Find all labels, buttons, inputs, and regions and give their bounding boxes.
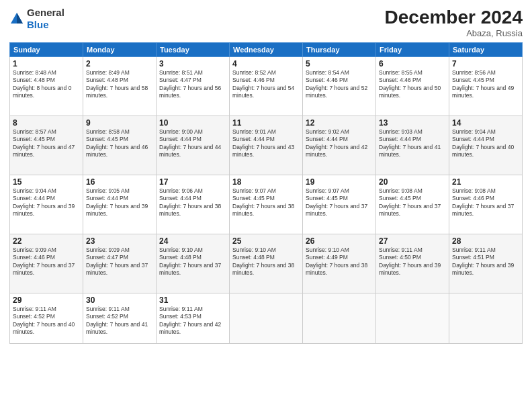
day-detail: Sunrise: 8:52 AMSunset: 4:46 PMDaylight:… [232, 69, 294, 99]
day-detail: Sunrise: 9:00 AMSunset: 4:44 PMDaylight:… [159, 128, 221, 158]
calendar-cell [449, 293, 523, 344]
calendar-cell: 19 Sunrise: 9:07 AMSunset: 4:45 PMDaylig… [303, 175, 376, 234]
day-number: 13 [379, 118, 446, 128]
header-friday: Friday [376, 43, 449, 57]
calendar-cell: 1 Sunrise: 8:48 AMSunset: 4:48 PMDayligh… [10, 57, 83, 116]
calendar-cell: 13 Sunrise: 9:03 AMSunset: 4:44 PMDaylig… [376, 116, 449, 175]
day-number: 31 [159, 295, 226, 305]
day-detail: Sunrise: 8:56 AMSunset: 4:45 PMDaylight:… [452, 69, 514, 99]
day-detail: Sunrise: 9:02 AMSunset: 4:44 PMDaylight:… [306, 128, 367, 158]
day-number: 8 [13, 118, 80, 128]
calendar-cell: 7 Sunrise: 8:56 AMSunset: 4:45 PMDayligh… [449, 57, 523, 116]
day-number: 3 [159, 59, 226, 68]
calendar-cell [303, 293, 376, 344]
day-detail: Sunrise: 8:57 AMSunset: 4:45 PMDaylight:… [13, 128, 75, 158]
day-detail: Sunrise: 9:07 AMSunset: 4:45 PMDaylight:… [306, 187, 367, 217]
header-monday: Monday [83, 43, 157, 57]
day-detail: Sunrise: 8:48 AMSunset: 4:48 PMDaylight:… [13, 69, 71, 99]
day-detail: Sunrise: 9:09 AMSunset: 4:47 PMDaylight:… [86, 246, 148, 276]
calendar-cell: 29 Sunrise: 9:11 AMSunset: 4:52 PMDaylig… [10, 293, 83, 344]
header-thursday: Thursday [303, 43, 376, 57]
day-detail: Sunrise: 9:01 AMSunset: 4:44 PMDaylight:… [232, 128, 294, 158]
day-detail: Sunrise: 8:49 AMSunset: 4:48 PMDaylight:… [86, 69, 148, 99]
day-number: 23 [86, 236, 153, 246]
calendar-cell: 2 Sunrise: 8:49 AMSunset: 4:48 PMDayligh… [83, 57, 157, 116]
calendar-cell: 11 Sunrise: 9:01 AMSunset: 4:44 PMDaylig… [230, 116, 303, 175]
day-detail: Sunrise: 8:55 AMSunset: 4:46 PMDaylight:… [379, 69, 441, 99]
title-section: December 2024 Abaza, Russia [385, 7, 523, 38]
calendar-cell [376, 293, 449, 344]
day-detail: Sunrise: 9:07 AMSunset: 4:45 PMDaylight:… [232, 187, 294, 217]
day-detail: Sunrise: 9:11 AMSunset: 4:53 PMDaylight:… [159, 306, 221, 335]
day-detail: Sunrise: 9:06 AMSunset: 4:44 PMDaylight:… [159, 187, 221, 217]
day-number: 17 [159, 177, 226, 187]
calendar-cell: 20 Sunrise: 9:08 AMSunset: 4:45 PMDaylig… [376, 175, 449, 234]
day-number: 14 [452, 118, 519, 128]
day-detail: Sunrise: 9:10 AMSunset: 4:48 PMDaylight:… [159, 246, 221, 276]
calendar-cell: 22 Sunrise: 9:09 AMSunset: 4:46 PMDaylig… [10, 234, 83, 293]
day-detail: Sunrise: 9:04 AMSunset: 4:44 PMDaylight:… [452, 128, 514, 158]
day-number: 9 [86, 118, 153, 128]
logo-icon [9, 11, 24, 26]
calendar-cell: 27 Sunrise: 9:11 AMSunset: 4:50 PMDaylig… [376, 234, 449, 293]
day-detail: Sunrise: 9:09 AMSunset: 4:46 PMDaylight:… [13, 246, 75, 276]
day-number: 1 [13, 59, 80, 68]
calendar-cell: 26 Sunrise: 9:10 AMSunset: 4:49 PMDaylig… [303, 234, 376, 293]
day-detail: Sunrise: 9:08 AMSunset: 4:45 PMDaylight:… [379, 187, 441, 217]
day-detail: Sunrise: 9:08 AMSunset: 4:46 PMDaylight:… [452, 187, 514, 217]
logo: General Blue [9, 7, 64, 31]
calendar-cell: 8 Sunrise: 8:57 AMSunset: 4:45 PMDayligh… [10, 116, 83, 175]
day-number: 28 [452, 236, 519, 246]
day-number: 27 [379, 236, 446, 246]
day-number: 7 [452, 59, 519, 68]
calendar-table: Sunday Monday Tuesday Wednesday Thursday… [9, 42, 523, 344]
day-number: 2 [86, 59, 153, 68]
day-number: 5 [306, 59, 373, 68]
day-number: 11 [232, 118, 300, 128]
day-detail: Sunrise: 9:11 AMSunset: 4:52 PMDaylight:… [13, 306, 75, 335]
day-number: 22 [13, 236, 80, 246]
main-container: General Blue December 2024 Abaza, Russia… [0, 0, 532, 411]
calendar-cell: 23 Sunrise: 9:09 AMSunset: 4:47 PMDaylig… [83, 234, 157, 293]
calendar-cell: 18 Sunrise: 9:07 AMSunset: 4:45 PMDaylig… [230, 175, 303, 234]
day-detail: Sunrise: 9:10 AMSunset: 4:48 PMDaylight:… [232, 246, 294, 276]
calendar-cell: 25 Sunrise: 9:10 AMSunset: 4:48 PMDaylig… [230, 234, 303, 293]
day-detail: Sunrise: 8:54 AMSunset: 4:46 PMDaylight:… [306, 69, 367, 99]
calendar-header-row: Sunday Monday Tuesday Wednesday Thursday… [10, 43, 523, 57]
header-tuesday: Tuesday [157, 43, 230, 57]
calendar-cell: 6 Sunrise: 8:55 AMSunset: 4:46 PMDayligh… [376, 57, 449, 116]
day-number: 4 [232, 59, 300, 68]
day-number: 21 [452, 177, 519, 187]
day-number: 24 [159, 236, 226, 246]
calendar-cell: 5 Sunrise: 8:54 AMSunset: 4:46 PMDayligh… [303, 57, 376, 116]
calendar-cell [230, 293, 303, 344]
calendar-cell: 12 Sunrise: 9:02 AMSunset: 4:44 PMDaylig… [303, 116, 376, 175]
day-number: 15 [13, 177, 80, 187]
day-detail: Sunrise: 9:11 AMSunset: 4:50 PMDaylight:… [379, 246, 441, 276]
calendar-cell: 24 Sunrise: 9:10 AMSunset: 4:48 PMDaylig… [157, 234, 230, 293]
month-title: December 2024 [385, 7, 523, 28]
header-sunday: Sunday [10, 43, 83, 57]
day-detail: Sunrise: 9:10 AMSunset: 4:49 PMDaylight:… [306, 246, 367, 276]
header-wednesday: Wednesday [230, 43, 303, 57]
calendar-cell: 21 Sunrise: 9:08 AMSunset: 4:46 PMDaylig… [449, 175, 523, 234]
calendar-cell: 28 Sunrise: 9:11 AMSunset: 4:51 PMDaylig… [449, 234, 523, 293]
day-detail: Sunrise: 9:05 AMSunset: 4:44 PMDaylight:… [86, 187, 148, 217]
calendar-cell: 30 Sunrise: 9:11 AMSunset: 4:52 PMDaylig… [83, 293, 157, 344]
day-number: 19 [306, 177, 373, 187]
day-number: 29 [13, 295, 80, 305]
day-number: 25 [232, 236, 300, 246]
calendar-cell: 31 Sunrise: 9:11 AMSunset: 4:53 PMDaylig… [157, 293, 230, 344]
day-number: 6 [379, 59, 446, 68]
calendar-cell: 3 Sunrise: 8:51 AMSunset: 4:47 PMDayligh… [157, 57, 230, 116]
day-number: 12 [306, 118, 373, 128]
calendar-cell: 9 Sunrise: 8:58 AMSunset: 4:45 PMDayligh… [83, 116, 157, 175]
day-number: 26 [306, 236, 373, 246]
calendar-cell: 15 Sunrise: 9:04 AMSunset: 4:44 PMDaylig… [10, 175, 83, 234]
day-number: 10 [159, 118, 226, 128]
calendar-cell: 17 Sunrise: 9:06 AMSunset: 4:44 PMDaylig… [157, 175, 230, 234]
calendar-cell: 16 Sunrise: 9:05 AMSunset: 4:44 PMDaylig… [83, 175, 157, 234]
day-detail: Sunrise: 9:11 AMSunset: 4:51 PMDaylight:… [452, 246, 514, 276]
logo-blue: Blue [27, 19, 49, 30]
svg-marker-1 [17, 13, 23, 24]
